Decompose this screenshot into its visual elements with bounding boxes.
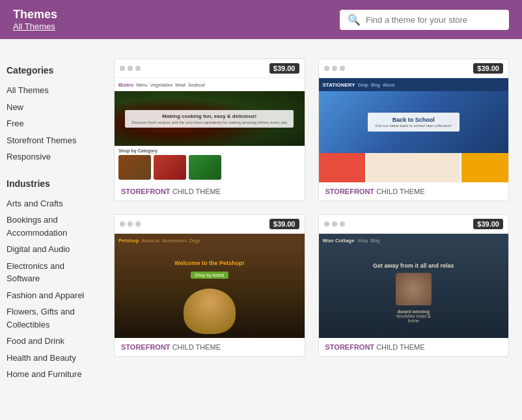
petshop-footer: STOREFRONT CHILD THEME	[115, 338, 305, 356]
stationery-thumb-row	[319, 153, 509, 182]
sidebar-item-all-themes[interactable]: All Themes	[7, 82, 94, 99]
dot-3	[135, 221, 141, 227]
theme-card-petshop[interactable]: $39.00 Petshop About us Accessories Dogs…	[114, 214, 305, 357]
bistro-dots-bar: $39.00	[115, 59, 305, 78]
sidebar-item-arts-crafts[interactable]: Arts and Crafts	[7, 195, 94, 212]
theme-card-cottage[interactable]: $39.00 Woo Cottage Shop Blog Get away fr…	[318, 214, 510, 357]
dot-1	[120, 221, 125, 227]
sidebar-divider	[7, 165, 94, 176]
bistro-price: $39.00	[269, 63, 299, 74]
search-icon: 🔍	[348, 14, 361, 26]
bistro-footer: STOREFRONT CHILD THEME	[115, 182, 305, 201]
dot-3	[340, 221, 345, 227]
search-bar: 🔍	[340, 10, 509, 30]
cottage-price: $39.00	[473, 219, 503, 229]
header: Themes All Themes 🔍	[0, 0, 522, 39]
sidebar-item-bookings[interactable]: Bookings and Accommodation	[7, 212, 94, 241]
page-title: Themes	[13, 8, 57, 21]
stationery-nav: STATIONERY Shop Blog About	[319, 78, 509, 91]
petshop-nav: Petshop About us Accessories Dogs	[115, 234, 305, 247]
dot-1	[324, 221, 329, 227]
petshop-preview: Petshop About us Accessories Dogs Welcom…	[115, 234, 305, 338]
subheader-spacer	[0, 39, 522, 59]
sidebar: Categories All Themes New Free Storefron…	[0, 59, 101, 389]
stationery-preview: STATIONERY Shop Blog About Back to Schoo…	[319, 78, 509, 182]
all-themes-link[interactable]: All Themes	[13, 21, 57, 31]
sidebar-item-electronics[interactable]: Electronics and Software	[7, 258, 94, 287]
cottage-footer: STOREFRONT CHILD THEME	[319, 338, 509, 356]
theme-card-bistro[interactable]: $39.00 Bistro Menu Vegetables Meat Seafo…	[114, 59, 305, 201]
sidebar-item-health-beauty[interactable]: Health and Beauty	[7, 350, 94, 367]
petshop-label: STOREFRONT CHILD THEME	[121, 343, 298, 351]
cottage-dots-bar: $39.00	[319, 215, 509, 234]
sidebar-item-new[interactable]: New	[7, 99, 94, 116]
petshop-price: $39.00	[269, 219, 299, 229]
dot-3	[135, 66, 141, 71]
sidebar-item-flowers[interactable]: Flowers, Gifts and Collectibles	[7, 303, 94, 333]
sidebar-item-responsive[interactable]: Responsive	[7, 148, 94, 165]
stationery-label: STOREFRONT CHILD THEME	[325, 188, 502, 195]
sidebar-item-fashion[interactable]: Fashion and Apparel	[7, 287, 94, 304]
bistro-preview: Bistro Menu Vegetables Meat Seafood Maki…	[115, 78, 305, 182]
stationery-dots-bar: $39.00	[319, 59, 509, 78]
stationery-footer: STOREFRONT CHILD THEME	[319, 182, 509, 201]
theme-card-stationery[interactable]: $39.00 STATIONERY Shop Blog About Back t…	[318, 59, 510, 201]
search-input[interactable]	[366, 15, 501, 25]
sidebar-item-storefront-themes[interactable]: Storefront Themes	[7, 132, 94, 149]
stationery-price: $39.00	[473, 63, 503, 74]
bistro-label: STOREFRONT CHILD THEME	[121, 188, 298, 195]
dot-1	[324, 66, 329, 71]
dot-2	[128, 66, 133, 71]
stationery-thumb-3	[461, 153, 508, 182]
header-left: Themes All Themes	[13, 8, 57, 31]
cottage-dots	[324, 221, 345, 227]
categories-title: Categories	[7, 65, 94, 76]
cottage-preview: Woo Cottage Shop Blog Get away from it a…	[319, 234, 509, 338]
dot-1	[120, 66, 125, 71]
stationery-thumb-1	[319, 153, 366, 182]
bistro-nav: Bistro Menu Vegetables Meat Seafood	[115, 78, 305, 91]
dot-2	[332, 66, 337, 71]
bistro-dots	[120, 66, 141, 71]
sidebar-item-food-drink[interactable]: Food and Drink	[7, 333, 94, 350]
main-content: $39.00 Bistro Menu Vegetables Meat Seafo…	[101, 59, 522, 389]
cottage-nav: Woo Cottage Shop Blog	[319, 234, 509, 247]
industries-title: Industries	[7, 178, 94, 189]
petshop-dots	[120, 221, 141, 227]
stationery-thumb-2	[366, 153, 460, 182]
dot-2	[128, 221, 133, 227]
sidebar-item-digital-audio[interactable]: Digital and Audio	[7, 241, 94, 258]
dot-2	[332, 221, 337, 227]
stationery-dots	[324, 66, 345, 71]
layout: Categories All Themes New Free Storefron…	[0, 59, 522, 402]
dot-3	[340, 66, 345, 71]
cottage-label: STOREFRONT CHILD THEME	[325, 343, 502, 351]
sidebar-item-home-furniture[interactable]: Home and Furniture	[7, 366, 94, 383]
sidebar-item-free[interactable]: Free	[7, 115, 94, 132]
themes-grid: $39.00 Bistro Menu Vegetables Meat Seafo…	[114, 59, 509, 357]
petshop-dots-bar: $39.00	[115, 215, 305, 234]
